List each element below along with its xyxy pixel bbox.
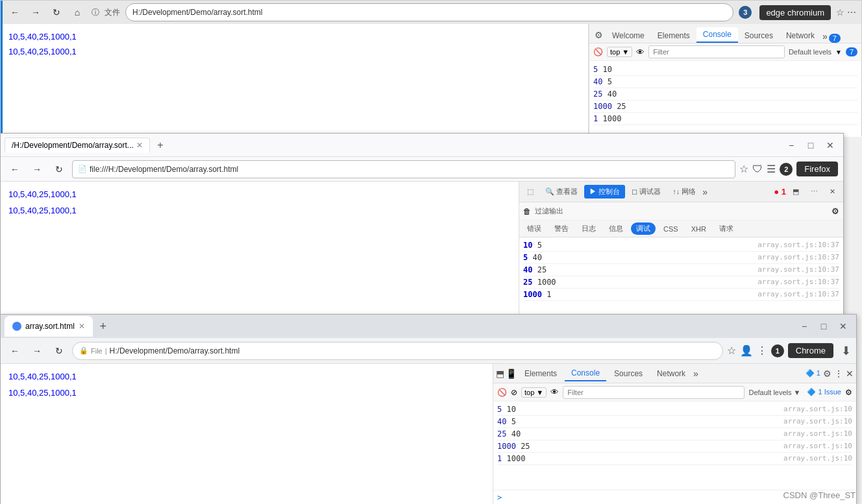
chrome-minimize-btn[interactable]: − [795,318,813,334]
chrome-dt-tab-sources[interactable]: Sources [608,366,649,381]
edge-tab-network[interactable]: Network [780,29,821,43]
ff-more-btn[interactable]: ⋯ [806,186,823,198]
edge-tab-welcome[interactable]: Welcome [606,29,651,43]
edge-info-icon: ⓘ [92,7,99,18]
chrome-clear-btn[interactable]: 🚫 [497,388,507,397]
edge-refresh-button[interactable]: ↻ [47,3,66,21]
edge-address-prefix-label: 文件 [105,7,120,18]
chrome-menu-icon[interactable]: ⋮ [757,344,767,357]
ff-console-btn[interactable]: ▶ 控制台 [584,185,625,198]
ff-tab-xhr[interactable]: XHR [686,224,711,234]
chrome-dt-settings-btn[interactable]: ⚙ [823,368,831,379]
ff-bookmark-icon[interactable]: ☆ [739,163,748,175]
ff-log-right: array.sort.js:10:37 [757,278,839,287]
chrome-dt-close-btn[interactable]: ✕ [846,368,854,379]
chrome-log-row: 1 1000 array.sort.js:10 [497,453,852,465]
ff-forward-button[interactable]: → [28,160,46,178]
firefox-address-bar[interactable]: 📄 file:///H:/Development/Demo/array.sort… [72,160,735,178]
edge-page: 10,5,40,25,1000,1 10,5,40,25,1000,1 [1,24,589,137]
chrome-close-btn[interactable]: ✕ [834,318,852,334]
firefox-devtools-tabs: ⬚ 🔍 查看器 ▶ 控制台 ◻ 调试器 ↑↓ 网络 » ● 1 ⬒ ⋯ ✕ [519,182,843,202]
chrome-devtools-topbar: ⬒ 📱 Elements Console Sources Network » 🔷… [493,364,856,383]
ff-detach-btn[interactable]: ⬒ [787,186,804,198]
edge-levels-dropdown[interactable]: Default levels [789,48,831,56]
ff-tab-debug[interactable]: 调试 [631,222,656,235]
chrome-dt-resize-btn[interactable]: ⬒ [496,368,504,379]
edge-levels-arrow[interactable]: ▼ [835,49,842,56]
chrome-dt-tab-console[interactable]: Console [565,366,606,381]
firefox-minimize-btn[interactable]: − [782,138,800,153]
ff-inspect-btn[interactable]: ⬚ [522,186,539,198]
ff-log-right: array.sort.js:10:37 [757,290,839,299]
ff-tab-error[interactable]: 错误 [522,222,547,235]
ff-settings-icon[interactable]: ⚙ [831,206,839,216]
ff-menu-icon[interactable]: ☰ [767,163,776,175]
chrome-profile-icon[interactable]: 👤 [740,344,753,357]
chrome-tab[interactable]: array.sort.html ✕ [5,316,93,337]
chrome-back-button[interactable]: ← [6,342,24,360]
ff-more-tools-icon[interactable]: » [702,187,708,197]
chrome-levels-dropdown[interactable]: Default levels ▼ [748,389,800,396]
ff-shield-icon[interactable]: 🛡 [752,163,763,175]
chrome-maximize-btn[interactable]: □ [815,318,833,334]
edge-tab-sources[interactable]: Sources [738,29,780,43]
chrome-block-btn[interactable]: ⊘ [511,388,517,397]
edge-home-button[interactable]: ⌂ [68,3,86,21]
ff-back-button[interactable]: ← [6,160,24,178]
chrome-dt-more-btn[interactable]: ⋮ [834,368,843,379]
ff-dt-close-btn[interactable]: ✕ [824,186,841,198]
chrome-address-bar[interactable]: 🔒 File | H:/Development/Demo/array.sort.… [72,342,723,360]
edge-tab-elements[interactable]: Elements [651,29,696,43]
chrome-star-icon[interactable]: ☆ [727,344,736,357]
chrome-new-tab[interactable]: + [95,318,111,334]
edge-titlebar: ← → ↻ ⌂ ⓘ 文件 H:/Development/Demo/array.s… [1,1,861,24]
ff-tab-warn[interactable]: 警告 [549,222,574,235]
edge-back-button[interactable]: ← [6,3,24,21]
edge-filter-input[interactable] [648,45,785,58]
edge-star-icon[interactable]: ☆ [836,7,844,18]
edge-eye-icon[interactable]: 👁 [636,47,645,57]
chrome-refresh-button[interactable]: ↻ [50,342,68,360]
ff-log-row: 25 1000 array.sort.js:10:37 [523,276,839,289]
firefox-devtools-toolbar: 🗑 过滤输出 ⚙ [519,202,843,221]
firefox-maximize-btn[interactable]: □ [802,138,820,153]
edge-top-selector[interactable]: top ▼ [607,47,632,57]
edge-forward-button[interactable]: → [27,3,45,21]
ff-debugger-btn[interactable]: ◻ 调试器 [626,185,666,198]
chrome-dt-more-icon[interactable]: » [693,368,698,379]
edge-address-bar[interactable]: H:/Development/Demo/array.sort.html [125,3,733,21]
chrome-dt-phone-btn[interactable]: 📱 [506,368,517,379]
chrome-top-selector[interactable]: top ▼ [521,387,547,398]
chrome-forward-button[interactable]: → [28,342,46,360]
ff-tab-css[interactable]: CSS [658,224,683,234]
ff-tab-requests[interactable]: 请求 [714,222,739,235]
ff-refresh-button[interactable]: ↻ [50,160,68,178]
chrome-eye-icon[interactable]: 👁 [550,387,559,397]
firefox-log-area: 10 5 array.sort.js:10:37 5 40 array.sort… [519,237,843,322]
ff-log-row: 1000 1 array.sort.js:10:37 [523,289,839,301]
ff-tab-info[interactable]: 信息 [604,222,628,235]
ff-tab-log[interactable]: 日志 [576,222,601,235]
chrome-log-row: 25 40 array.sort.js:10 [497,428,852,440]
edge-clear-btn[interactable]: 🚫 [593,47,603,56]
firefox-tab-close[interactable]: ✕ [136,141,143,150]
edge-more-tabs-icon[interactable]: » [821,30,829,43]
chrome-download-icon[interactable]: ⬇ [841,344,851,358]
ff-log-right: array.sort.js:10:37 [757,253,839,262]
chrome-dt-tab-elements[interactable]: Elements [518,366,563,381]
ff-network-btn[interactable]: ↑↓ 网络 [667,185,701,198]
edge-tab-console[interactable]: Console [696,27,738,43]
chrome-tab-close[interactable]: ✕ [79,322,85,331]
firefox-new-tab[interactable]: + [153,138,168,153]
firefox-close-btn[interactable]: ✕ [821,138,839,153]
edge-content: 10,5,40,25,1000,1 10,5,40,25,1000,1 ⚙ We… [1,24,861,137]
chrome-dt-gear-btn[interactable]: ⚙ [845,388,852,397]
chrome-lock-icon: 🔒 [79,346,88,355]
edge-menu-icon[interactable]: ⋯ [847,7,856,18]
ff-viewer-btn[interactable]: 🔍 查看器 [540,185,583,198]
chrome-badge: 1 [771,344,784,357]
firefox-tab[interactable]: /H:/Development/Demo/array.sort... ✕ [5,138,150,152]
ff-clear-btn[interactable]: 🗑 [523,207,531,216]
chrome-filter-input[interactable] [563,386,745,399]
chrome-dt-tab-network[interactable]: Network [650,366,692,381]
